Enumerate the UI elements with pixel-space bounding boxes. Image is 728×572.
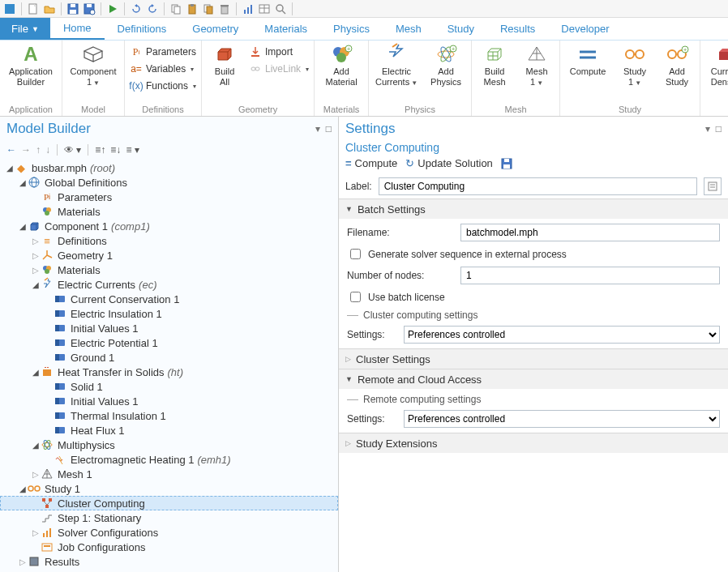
variables-button[interactable]: a=Variables▾ — [130, 62, 196, 76]
save-icon[interactable] — [66, 2, 79, 15]
duplicate-icon[interactable] — [202, 2, 215, 15]
globe-icon — [28, 176, 41, 189]
arrow-down-icon[interactable]: ↓ — [45, 144, 50, 156]
redo-icon[interactable] — [146, 2, 159, 15]
section-remote-header[interactable]: ▼Remote and Cloud Access — [339, 369, 728, 389]
tab-geometry[interactable]: Geometry — [179, 18, 251, 40]
remote-settings-select[interactable]: Preferences controlled — [404, 410, 720, 428]
tree-ht[interactable]: ◢Heat Transfer in Solids(ht) — [0, 365, 338, 379]
undo-icon[interactable] — [130, 2, 143, 15]
file-button[interactable]: File ▼ — [0, 18, 50, 40]
parameters-button[interactable]: PiParameters — [130, 45, 196, 59]
batch-settings-select[interactable]: Preferences controlled — [404, 326, 720, 344]
run-icon[interactable] — [106, 2, 119, 15]
tab-materials[interactable]: Materials — [251, 18, 320, 40]
rename-button[interactable] — [704, 177, 722, 195]
build-mesh-button[interactable]: BuildMesh — [477, 42, 512, 87]
tab-study[interactable]: Study — [435, 18, 487, 40]
copy-icon[interactable] — [169, 2, 182, 15]
tab-physics[interactable]: Physics — [320, 18, 383, 40]
boundary-icon — [54, 322, 66, 335]
add-physics-button[interactable]: + AddPhysics — [426, 42, 466, 87]
tree-definitions[interactable]: ▷≡Definitions — [0, 233, 338, 248]
arrow-up-icon[interactable]: ↑ — [36, 144, 41, 156]
tree-step1[interactable]: Step 1: Stationary — [0, 510, 338, 525]
svg-rect-62 — [55, 339, 59, 346]
generate-seq-checkbox[interactable]: Generate solver sequence in external pro… — [347, 246, 720, 262]
tree-mesh1[interactable]: ▷Mesh 1 — [0, 467, 338, 481]
boundary-icon — [54, 409, 66, 422]
arrow-right-icon[interactable]: → — [21, 144, 31, 156]
show-icon[interactable]: 👁 ▾ — [64, 144, 81, 156]
compute-action[interactable]: =Compute — [345, 157, 397, 169]
panel-controls[interactable]: ▾ □ — [315, 123, 332, 134]
collapse-icon[interactable]: ≡↑ — [95, 144, 105, 156]
new-icon[interactable] — [27, 2, 40, 15]
tree-results[interactable]: ▷Results — [0, 554, 338, 569]
tree-solver[interactable]: ▷Solver Configurations — [0, 525, 338, 540]
add-material-button[interactable]: + AddMaterial — [319, 42, 363, 87]
tree-cc1[interactable]: Current Conservation 1 — [0, 292, 338, 306]
import-button[interactable]: Import — [249, 45, 309, 59]
tree-ec[interactable]: ◢Electric Currents(ec) — [0, 277, 338, 292]
section-cluster-header[interactable]: ▷Cluster Settings — [339, 349, 728, 369]
tab-mesh[interactable]: Mesh — [383, 18, 435, 40]
filename-input[interactable] — [460, 224, 720, 241]
tree-materials[interactable]: Materials — [0, 204, 338, 219]
tree-gnd1[interactable]: Ground 1 — [0, 350, 338, 365]
label-input[interactable] — [379, 177, 697, 195]
tree-study1[interactable]: ◢Study 1 — [0, 481, 338, 496]
functions-button[interactable]: f(x)Functions▾ — [130, 79, 196, 93]
tree-ei1[interactable]: Electric Insulation 1 — [0, 306, 338, 321]
tree-root[interactable]: ◢◆busbar.mph(root) — [0, 160, 338, 175]
table-icon[interactable] — [258, 2, 271, 15]
chart-icon[interactable] — [242, 2, 255, 15]
arrow-left-icon[interactable]: ← — [6, 144, 16, 156]
tree-ep1[interactable]: Electric Potential 1 — [0, 335, 338, 350]
import-icon — [249, 45, 262, 58]
application-builder-button[interactable]: A ApplicationBuilder — [5, 42, 57, 87]
list-icon[interactable]: ≡ ▾ — [126, 144, 139, 156]
tree-hf1[interactable]: Heat Flux 1 — [0, 423, 338, 438]
tree-ti1[interactable]: Thermal Insulation 1 — [0, 408, 338, 423]
study1-button[interactable]: Study1▼ — [617, 42, 653, 87]
use-batch-checkbox[interactable]: Use batch license — [347, 289, 720, 305]
section-batch-header[interactable]: ▼Batch Settings — [339, 199, 728, 219]
save-as-icon[interactable] — [83, 2, 96, 15]
nodes-input[interactable] — [460, 267, 720, 284]
component-button[interactable]: Component1▼ — [67, 42, 119, 87]
tree-globaldef[interactable]: ◢Global Definitions — [0, 175, 338, 190]
tree-comp1[interactable]: ◢Component 1(comp1) — [0, 219, 338, 233]
tree-iv1[interactable]: Initial Values 1 — [0, 321, 338, 335]
electric-currents-button[interactable]: ElectricCurrents▼ — [374, 42, 419, 87]
tab-developer[interactable]: Developer — [548, 18, 622, 40]
section-extensions-header[interactable]: ▷Study Extensions — [339, 433, 728, 453]
tree-parameters[interactable]: PiParameters — [0, 190, 338, 204]
expand-icon[interactable]: ≡↓ — [110, 144, 121, 156]
build-all-button[interactable]: BuildAll — [207, 42, 242, 87]
tree-emh1[interactable]: Electromagnetic Heating 1(emh1) — [0, 452, 338, 467]
tree-multiphysics[interactable]: ◢Multiphysics — [0, 438, 338, 452]
open-icon[interactable] — [43, 2, 56, 15]
tree-htiv1[interactable]: Initial Values 1 — [0, 394, 338, 408]
save-action[interactable] — [501, 158, 512, 169]
svg-rect-13 — [207, 6, 212, 14]
tree-job[interactable]: Job Configurations — [0, 540, 338, 554]
tree-cluster-computing[interactable]: Cluster Computing — [0, 496, 338, 510]
model-tree[interactable]: ◢◆busbar.mph(root) ◢Global Definitions P… — [0, 159, 338, 572]
tree-geometry[interactable]: ▷Geometry 1 — [0, 248, 338, 263]
tree-solid1[interactable]: Solid 1 — [0, 379, 338, 394]
search-icon[interactable] — [274, 2, 287, 15]
delete-icon[interactable] — [218, 2, 231, 15]
compute-button[interactable]: Compute — [565, 42, 610, 77]
panel-controls[interactable]: ▾ □ — [705, 123, 722, 134]
tab-results[interactable]: Results — [487, 18, 548, 40]
update-solution-action[interactable]: ↻Update Solution — [405, 157, 493, 169]
add-study-button[interactable]: + AddStudy — [659, 42, 695, 87]
tree-cmaterials[interactable]: ▷Materials — [0, 263, 338, 277]
tab-definitions[interactable]: Definitions — [105, 18, 180, 40]
tab-home[interactable]: Home — [50, 18, 105, 40]
paste-icon[interactable] — [186, 2, 199, 15]
mesh1-button[interactable]: Mesh1▼ — [519, 42, 555, 87]
current-density-button[interactable]: CurrentDensity — [705, 42, 728, 87]
